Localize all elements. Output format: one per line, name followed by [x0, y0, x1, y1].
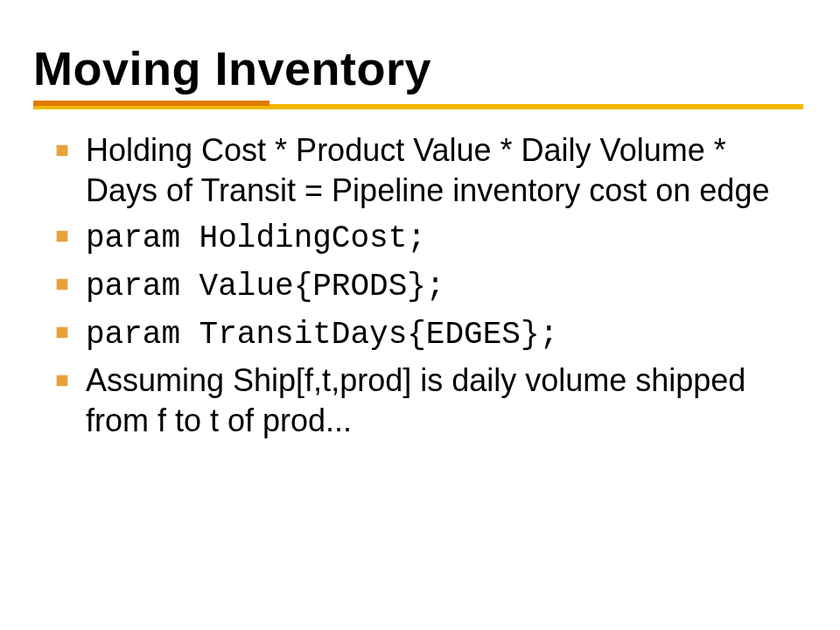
bullet-text: param HoldingCost; [86, 220, 426, 256]
underline-orange [33, 101, 270, 106]
slide-title: Moving Inventory [33, 44, 805, 94]
bullet-text: param Value{PRODS}; [86, 269, 444, 304]
list-item: param HoldingCost; [52, 216, 779, 259]
list-item: Assuming Ship[f,t,prod] is daily volume … [52, 360, 779, 441]
title-underline [33, 101, 803, 111]
list-item: Holding Cost * Product Value * Daily Vol… [52, 130, 779, 211]
list-item: param TransitDays{EDGES}; [52, 312, 779, 355]
bullet-text: Assuming Ship[f,t,prod] is daily volume … [86, 362, 746, 438]
bullet-text: Holding Cost * Product Value * Daily Vol… [86, 132, 769, 208]
bullet-text: param TransitDays{EDGES}; [86, 317, 558, 353]
list-item: param Value{PRODS}; [52, 264, 779, 307]
bullet-list: Holding Cost * Product Value * Daily Vol… [52, 130, 805, 442]
slide: Moving Inventory Holding Cost * Product … [0, 0, 840, 630]
